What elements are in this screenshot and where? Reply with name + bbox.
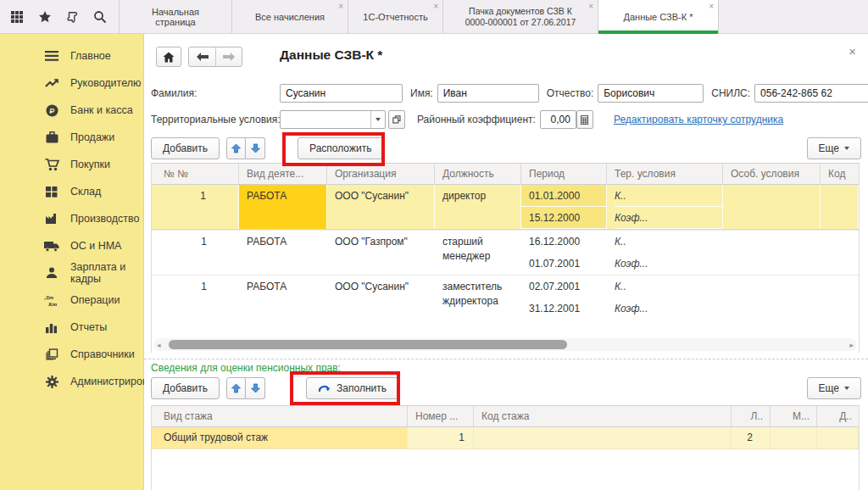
person-fields-row: Фамилия: Имя: Отчество: СНИЛС: [151,83,868,103]
fill-button[interactable]: Заполнить [306,377,398,399]
column-header[interactable]: Л.. [732,406,771,426]
sidebar-item-manager[interactable]: Руководителю [0,70,143,97]
name-label: Имя: [410,87,433,99]
open-territorial-icon[interactable] [388,110,405,129]
more-button[interactable]: Еще [807,137,861,159]
tab-home-page[interactable]: Начальная страница [119,0,231,34]
sidebar-item-fixed-assets[interactable]: ОС и НМА [0,232,143,259]
move-down-button[interactable] [246,377,265,399]
tab-label: Начальная страница [131,7,220,27]
add-button[interactable]: Добавить [151,377,220,399]
history-scroll-icon[interactable] [65,10,79,24]
column-header[interactable]: Тер. условия [607,164,723,184]
search-icon[interactable] [93,10,107,24]
sidebar-item-main[interactable]: Главное [0,42,143,70]
activity-kind-cell[interactable]: РАБОТА [239,185,327,229]
sidebar-item-production[interactable]: Производство [0,205,143,232]
patronymic-field[interactable] [598,84,704,103]
pension-toolbar: Добавить Заполнить Еще [151,376,861,400]
name-field[interactable] [437,84,539,103]
column-header[interactable]: Д.. [817,406,859,426]
column-header[interactable]: М... [771,406,817,426]
column-header[interactable]: Вид деяте... [239,164,327,184]
column-header[interactable]: Вид стажа [152,406,408,426]
column-header[interactable]: Организация [327,164,435,184]
experience-kind-cell[interactable]: Общий трудовой стаж [152,427,408,448]
sidebar-item-sales[interactable]: Продажи [0,124,143,151]
move-up-button[interactable] [226,137,246,159]
column-header[interactable]: Код стажа [474,406,732,426]
horizontal-scrollbar[interactable]: ◂ ▸ [153,338,857,351]
sidebar-item-directories[interactable]: Справочники [0,341,143,368]
more-button[interactable]: Еще [807,377,861,399]
conditions-fields-row: Территориальные условия: Районный коэффи… [151,109,783,130]
tab-label: Данные СЗВ-К * [623,12,693,22]
snils-field[interactable] [754,84,868,103]
sidebar-item-administration[interactable]: Администрирование [0,368,143,395]
move-up-button[interactable] [226,377,246,399]
sidebar-item-purchases[interactable]: Покупки [0,151,143,178]
organization-cell: ООО "Сусанин" [327,185,435,229]
district-coeff-field[interactable] [540,110,576,129]
books-icon [44,348,59,361]
close-tab-icon[interactable]: × [709,3,714,11]
sidebar-item-salary-hr[interactable]: Зарплата и кадры [0,259,143,287]
add-button[interactable]: Добавить [151,137,220,159]
chevron-down-icon[interactable] [370,111,385,128]
column-header[interactable]: № № [152,164,239,184]
dtkt-icon: ДтКт [44,293,59,307]
factory-icon [44,212,59,226]
table-row[interactable]: Общий трудовой стаж 1 2 [152,427,859,449]
sidebar-item-bank-cash[interactable]: Р Банк и касса [0,97,143,124]
tab-all-accruals[interactable]: Все начисления × [231,0,348,34]
close-tab-icon[interactable]: × [588,3,593,11]
territorial-combo [280,110,386,129]
sidebar-item-reports[interactable]: Отчеты [0,314,143,341]
home-button[interactable] [156,47,181,67]
column-header[interactable]: Код [821,164,859,184]
column-header[interactable]: Особ. условия [723,164,821,184]
calculator-icon[interactable] [576,110,593,129]
table-row[interactable]: 1 РАБОТА ООО "Газпром" старший менеджер … [152,230,859,275]
period-cell: 16.12.2000 01.07.2001 [521,231,607,275]
person-icon [44,266,59,280]
column-header[interactable]: Номер ... [408,406,474,426]
move-down-button[interactable] [246,137,265,159]
territorial-label: Территориальные условия: [151,114,280,125]
scroll-left-icon[interactable]: ◂ [157,341,161,349]
column-header[interactable]: Должность [435,164,521,184]
back-button[interactable] [189,47,215,66]
close-tab-icon[interactable]: × [433,3,438,11]
table-row[interactable]: 1 РАБОТА ООО "Сусанин" директор 01.01.20… [152,185,859,230]
table-row[interactable]: 1 РАБОТА ООО "Сусанин" заместитель ждире… [152,275,859,320]
warehouse-icon [44,185,59,198]
sidebar-item-operations[interactable]: ДтКт Операции [0,287,143,314]
more-label: Еще [819,142,839,154]
column-header[interactable]: Период [521,164,607,184]
activity-kind-cell: РАБОТА [239,276,327,320]
row-number: 1 [152,185,239,229]
tab-1c-reporting[interactable]: 1С-Отчетность × [348,0,442,34]
pension-section-label: Сведения для оценки пенсионных прав: [151,362,341,374]
scroll-right-icon[interactable]: ▸ [849,341,854,349]
close-form-icon[interactable]: × [849,44,856,58]
sidebar-item-warehouse[interactable]: Склад [0,178,143,205]
tab-szvk-data[interactable]: Данные СЗВ-К * × [598,0,719,34]
tab-document-pack[interactable]: Пачка документов СЗВ К 0000-000001 от 27… [442,0,598,34]
arrange-button[interactable]: Расположить [298,137,383,159]
report-icon [44,320,59,334]
pension-table: Вид стажа Номер ... Код стажа Л.. М... Д… [151,405,860,490]
code-cell [821,231,859,275]
grid-menu-icon[interactable] [10,10,24,24]
scrollbar-thumb[interactable] [169,340,567,349]
sidebar-item-label: ОС и НМА [70,240,121,252]
splitter-line[interactable] [144,359,868,359]
favorites-star-icon[interactable] [38,10,52,24]
svg-text:Р: Р [49,107,54,115]
move-buttons [226,377,265,399]
surname-field[interactable] [280,84,403,103]
work-periods-table: № № Вид деяте... Организация Должность П… [151,163,860,353]
close-tab-icon[interactable]: × [338,3,343,11]
edit-employee-card-link[interactable]: Редактировать карточку сотрудника [614,114,783,125]
forward-button[interactable] [215,47,242,66]
